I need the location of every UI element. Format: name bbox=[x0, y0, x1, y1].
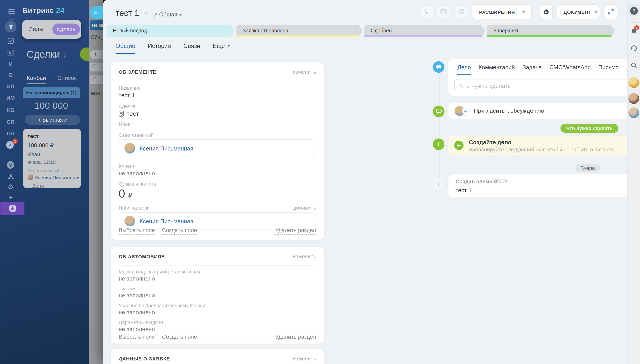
stage-new[interactable]: Новый подвод bbox=[107, 25, 235, 37]
document-button[interactable]: ДОКУМЕНТ bbox=[557, 4, 600, 19]
tab-sms-whatsapp[interactable]: СМС/WhatsApp bbox=[549, 64, 591, 74]
edit-section-link[interactable]: изменить bbox=[293, 69, 316, 76]
pipeline-selector[interactable]: Общая bbox=[159, 12, 177, 19]
avatar bbox=[124, 216, 135, 226]
deal-card-contact[interactable]: Иван bbox=[28, 151, 76, 158]
sidebar-item-pl[interactable]: ПЛ bbox=[0, 130, 21, 137]
sidebar-item-network[interactable] bbox=[7, 173, 14, 180]
add-watcher-link[interactable]: добавить bbox=[293, 205, 316, 211]
activity-bubble-icon bbox=[433, 61, 445, 73]
create-todo-hint[interactable]: + Создайте дело Запланируйте следующий ш… bbox=[449, 136, 640, 155]
kanban-column-header[interactable]: Не квалифицирован (1) bbox=[23, 87, 80, 98]
sidebar-item-kb[interactable]: КБ bbox=[0, 107, 21, 113]
deal-card-add-todo[interactable]: + Дело bbox=[28, 183, 76, 188]
sidebar-item-tasks[interactable] bbox=[7, 37, 14, 44]
watcher-user-link[interactable]: Ксения Письменная bbox=[140, 218, 193, 224]
checkbox[interactable] bbox=[92, 77, 97, 82]
field-value-issue-params[interactable]: не заполнено bbox=[119, 326, 155, 332]
field-value-name[interactable]: тест 1 bbox=[119, 92, 135, 98]
extensions-button[interactable]: РАСШИРЕНИЯ bbox=[472, 4, 532, 19]
stage-sent[interactable]: Заявка отправлена bbox=[237, 25, 363, 37]
add-participant-icon[interactable]: + bbox=[462, 107, 470, 115]
edit-pencil-icon[interactable]: ✎ bbox=[144, 11, 149, 17]
menu-icon[interactable] bbox=[9, 9, 15, 14]
sidebar-item-o[interactable]: О bbox=[0, 72, 21, 78]
user-avatar[interactable] bbox=[628, 93, 639, 104]
sidebar-item-im[interactable]: ИМ bbox=[0, 95, 21, 101]
tasks-icon bbox=[8, 38, 14, 44]
feedback-button[interactable] bbox=[455, 5, 468, 18]
tab-todo[interactable]: Дело bbox=[457, 64, 471, 74]
close-slider-button[interactable]: × bbox=[90, 6, 103, 19]
date-divider-line bbox=[440, 168, 640, 168]
tab-email[interactable]: Письмо bbox=[598, 64, 619, 74]
add-deal-button-fragment[interactable] bbox=[80, 48, 89, 61]
strip-list-row bbox=[90, 62, 103, 72]
app-root: Битрикс 24 К О КЛ ИМ КБ СП ПЛ ✓ 1 ? ⚙ + … bbox=[0, 0, 640, 364]
deal-title[interactable]: тест 1 bbox=[116, 8, 139, 18]
field-value-amount[interactable]: 0 ₽ bbox=[119, 187, 132, 201]
chevron-down-icon[interactable] bbox=[522, 11, 525, 13]
create-field-link[interactable]: Создать поле bbox=[162, 227, 197, 235]
tab-links[interactable]: Связи bbox=[183, 42, 200, 54]
support-chat-button[interactable] bbox=[630, 44, 638, 52]
tab-comment[interactable]: Комментарий bbox=[479, 64, 515, 74]
sidebar-item-contacts[interactable] bbox=[7, 49, 14, 56]
delete-section-link[interactable]: Удалить раздел bbox=[275, 227, 316, 235]
brand-logo[interactable]: Битрикс 24 bbox=[22, 6, 64, 15]
tab-more[interactable]: Еще bbox=[213, 42, 231, 54]
invite-discussion-row[interactable]: + Пригласить к обсуждению bbox=[449, 103, 640, 120]
favorite-star-icon[interactable]: ☆ bbox=[63, 52, 69, 60]
user-avatar[interactable] bbox=[628, 77, 639, 88]
sidebar-item-tariff[interactable]: ♛ bbox=[1, 202, 25, 215]
deal-card[interactable]: тест 100 000 ₽ Иван вчера, 12:10 Ответст… bbox=[23, 129, 81, 188]
deal-card-resp-name[interactable]: Ксения Письменная bbox=[35, 175, 81, 180]
select-field-link[interactable]: Выбрать поле bbox=[119, 334, 155, 341]
deal-contact[interactable]: Иван bbox=[119, 122, 131, 127]
stage-approved[interactable]: Одобрен bbox=[364, 25, 485, 37]
checkbox[interactable] bbox=[92, 64, 97, 69]
delete-section-link[interactable]: Удалить раздел bbox=[275, 334, 316, 341]
field-value-client[interactable]: не заполнено bbox=[119, 170, 155, 177]
help-button[interactable]: ? bbox=[628, 5, 639, 16]
add-plus-icon[interactable]: + bbox=[7, 194, 14, 201]
create-field-link[interactable]: Создать поле bbox=[162, 334, 197, 341]
responsible-user-link[interactable]: Ксения Письменная bbox=[140, 145, 193, 152]
field-value-car-model[interactable]: не заполнено bbox=[119, 275, 155, 282]
fullscreen-button[interactable] bbox=[604, 4, 617, 19]
notifications-badge: 1 bbox=[634, 25, 639, 30]
sidebar-item-kl[interactable]: КЛ bbox=[0, 84, 21, 90]
field-value-downpayment[interactable]: не заполнено bbox=[119, 309, 155, 316]
call-button[interactable] bbox=[420, 5, 433, 18]
select-field-link[interactable]: Выбрать поле bbox=[119, 227, 155, 235]
sidebar-item-k[interactable]: К bbox=[0, 61, 21, 68]
tab-history[interactable]: История bbox=[148, 42, 171, 54]
tab-task[interactable]: Задача bbox=[522, 64, 542, 74]
responsible-user-box[interactable]: Ксения Письменная bbox=[119, 140, 316, 157]
help-icon[interactable]: ? bbox=[7, 161, 14, 169]
deal-card-title[interactable]: тест bbox=[28, 133, 76, 140]
divider bbox=[119, 266, 316, 266]
stage-finish[interactable]: Завершить bbox=[487, 25, 615, 37]
tab-kanban[interactable]: Канбан bbox=[27, 74, 46, 84]
edit-section-link[interactable]: изменить bbox=[293, 356, 316, 363]
field-value-car-type[interactable]: не заполнено bbox=[119, 292, 155, 299]
settings-gear-icon[interactable]: ⚙ bbox=[7, 183, 14, 190]
field-value-deal[interactable]: тест bbox=[127, 110, 139, 117]
entry-text[interactable]: тест 1 bbox=[456, 187, 472, 194]
todo-input[interactable] bbox=[454, 79, 640, 92]
sidebar-item-updates[interactable]: ✓ 1 bbox=[6, 141, 15, 150]
tab-list[interactable]: Список bbox=[57, 74, 77, 81]
email-button[interactable] bbox=[437, 5, 450, 18]
field-label-downpayment: Условия по предварительному взносу bbox=[119, 303, 205, 308]
sidebar-item-sp[interactable]: СП bbox=[0, 119, 21, 125]
tab-general[interactable]: Общие bbox=[116, 42, 135, 54]
settings-button[interactable]: ⚙ bbox=[540, 4, 553, 19]
deal-card-amount: 100 000 ₽ bbox=[28, 142, 76, 149]
edit-section-link[interactable]: изменить bbox=[293, 254, 316, 261]
timeline-entry-created[interactable]: Создан элемент 13:19 тест 1 bbox=[449, 174, 640, 197]
user-avatar[interactable] bbox=[628, 108, 639, 118]
search-button[interactable] bbox=[630, 61, 638, 69]
quick-deal-button[interactable]: + Быстрая с bbox=[25, 115, 80, 125]
sidebar-item-crm[interactable] bbox=[5, 21, 17, 32]
